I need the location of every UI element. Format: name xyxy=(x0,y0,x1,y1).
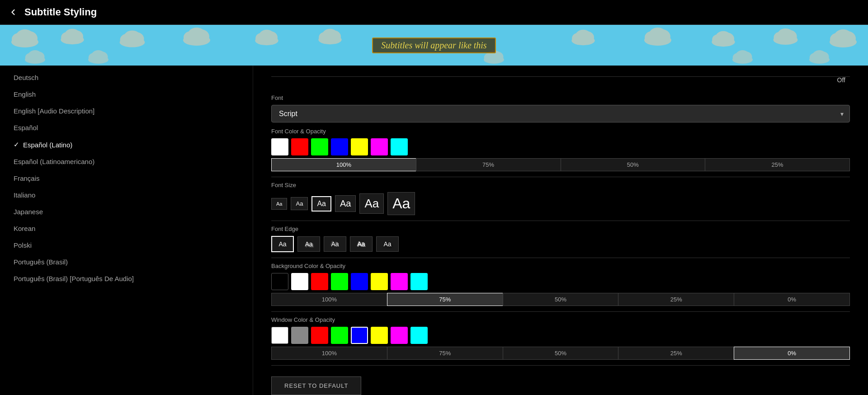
color-swatch-white[interactable] xyxy=(271,138,288,155)
bg-swatch-cyan[interactable] xyxy=(410,273,428,290)
font-size-section: Font Size Aa Aa Aa Aa Aa Aa xyxy=(271,182,850,215)
font-size-btn-lg[interactable]: Aa xyxy=(335,195,356,212)
win-swatch-green[interactable] xyxy=(331,327,348,344)
font-color-section-label: Font Color & Opacity xyxy=(271,128,850,135)
win-opacity-25[interactable]: 25% xyxy=(618,347,734,360)
font-size-btn-xs[interactable]: Aa xyxy=(271,198,287,210)
win-swatch-yellow[interactable] xyxy=(371,327,388,344)
bg-swatch-blue[interactable] xyxy=(351,273,368,290)
bg-opacity-50[interactable]: 50% xyxy=(503,293,618,306)
divider-3 xyxy=(271,258,850,258)
font-section: Font Default Script Monospace Serif Sans… xyxy=(271,94,850,122)
svg-point-11 xyxy=(124,30,141,44)
svg-point-15 xyxy=(188,28,206,42)
color-swatch-magenta[interactable] xyxy=(371,138,388,155)
win-opacity-0[interactable]: 0% xyxy=(734,347,850,360)
win-opacity-100[interactable]: 100% xyxy=(271,347,387,360)
sidebar-item-label: Korean xyxy=(14,225,35,232)
font-edge-raised[interactable]: Aa xyxy=(297,236,320,252)
font-size-btn-xl[interactable]: Aa xyxy=(359,193,384,214)
color-swatch-red[interactable] xyxy=(291,138,308,155)
subtitle-preview-text: Subtitles will appear like this xyxy=(372,38,495,53)
font-size-btn-md[interactable]: Aa xyxy=(311,196,331,212)
win-swatch-white[interactable] xyxy=(271,327,288,344)
bg-swatch-green[interactable] xyxy=(331,273,348,290)
main-layout: Deutsch English English [Audio Descripti… xyxy=(0,66,868,395)
font-edge-shadow[interactable]: Aa xyxy=(376,236,399,252)
font-opacity-75[interactable]: 75% xyxy=(416,158,561,171)
bg-opacity-100[interactable]: 100% xyxy=(271,293,387,306)
settings-panel: Off Font Default Script Monospace Serif … xyxy=(253,66,868,395)
divider-4 xyxy=(271,311,850,312)
win-swatch-magenta[interactable] xyxy=(391,327,408,344)
svg-point-27 xyxy=(716,31,731,43)
sidebar-item-espanol-latino[interactable]: ✓ Español (Latino) xyxy=(0,136,253,153)
background-color-swatches xyxy=(271,273,850,290)
sidebar-item-label: Français xyxy=(14,174,40,182)
sidebar: Deutsch English English [Audio Descripti… xyxy=(0,66,253,395)
font-edge-none[interactable]: Aa xyxy=(271,236,294,252)
svg-point-7 xyxy=(65,29,80,41)
font-opacity-50[interactable]: 50% xyxy=(561,158,705,171)
win-swatch-cyan[interactable] xyxy=(410,327,428,344)
color-swatch-yellow[interactable] xyxy=(351,138,368,155)
sidebar-item-english[interactable]: English xyxy=(0,86,253,103)
sidebar-item-korean[interactable]: Korean xyxy=(0,220,253,237)
color-swatch-blue[interactable] xyxy=(331,138,348,155)
svg-point-39 xyxy=(322,29,338,41)
svg-point-19 xyxy=(834,29,852,44)
sidebar-item-espanol[interactable]: Español xyxy=(0,119,253,136)
font-opacity-25[interactable]: 25% xyxy=(705,158,850,171)
font-dropdown[interactable]: Default Script Monospace Serif Sans-Seri… xyxy=(271,105,850,122)
sidebar-item-label: English [Audio Description] xyxy=(14,107,94,115)
bg-opacity-0[interactable]: 0% xyxy=(734,293,850,306)
sidebar-item-english-audio[interactable]: English [Audio Description] xyxy=(0,103,253,119)
sidebar-item-label: Español (Latino) xyxy=(23,141,239,149)
divider-1 xyxy=(271,177,850,177)
divider-5 xyxy=(271,365,850,366)
sidebar-item-francais[interactable]: Français xyxy=(0,170,253,187)
sidebar-item-portugues[interactable]: Português (Brasil) xyxy=(0,254,253,270)
font-edge-outline[interactable]: Aa xyxy=(350,236,373,252)
bg-swatch-red[interactable] xyxy=(311,273,328,290)
font-edge-section: Font Edge Aa Aa Aa Aa Aa xyxy=(271,226,850,252)
bg-swatch-magenta[interactable] xyxy=(391,273,408,290)
background-color-section: Background Color & Opacity 100% 75% 50% … xyxy=(271,263,850,306)
preview-banner: Subtitles will appear like this xyxy=(0,25,868,66)
sidebar-item-deutsch[interactable]: Deutsch xyxy=(0,69,253,86)
font-color-swatches xyxy=(271,138,850,155)
background-color-section-label: Background Color & Opacity xyxy=(271,263,850,269)
bg-opacity-25[interactable]: 25% xyxy=(618,293,734,306)
svg-point-23 xyxy=(778,28,794,42)
win-opacity-50[interactable]: 50% xyxy=(503,347,618,360)
reset-to-default-button[interactable]: RESET TO DEFAULT xyxy=(271,376,361,395)
win-opacity-75[interactable]: 75% xyxy=(387,347,503,360)
check-icon: ✓ xyxy=(14,141,19,149)
font-edge-depressed[interactable]: Aa xyxy=(324,236,346,252)
bg-swatch-white[interactable] xyxy=(291,273,308,290)
bg-swatch-yellow[interactable] xyxy=(371,273,388,290)
win-swatch-red[interactable] xyxy=(311,327,328,344)
background-opacity-row: 100% 75% 50% 25% 0% xyxy=(271,293,850,306)
sidebar-item-japanese[interactable]: Japanese xyxy=(0,203,253,220)
sidebar-item-polski[interactable]: Polski xyxy=(0,237,253,254)
bg-opacity-75[interactable]: 75% xyxy=(387,293,503,306)
window-opacity-row: 100% 75% 50% 25% 0% xyxy=(271,347,850,360)
font-opacity-100[interactable]: 100% xyxy=(271,158,416,171)
bg-swatch-black[interactable] xyxy=(271,273,288,290)
sidebar-item-espanol-latino2[interactable]: Español (Latinoamericano) xyxy=(0,153,253,170)
font-size-btn-xxl[interactable]: Aa xyxy=(387,192,415,215)
svg-point-59 xyxy=(736,50,750,61)
color-swatch-green[interactable] xyxy=(311,138,328,155)
off-label: Off xyxy=(837,76,845,84)
sidebar-item-portugues2[interactable]: Português (Brasil) [Português De Audio] xyxy=(0,270,253,287)
color-swatch-cyan[interactable] xyxy=(391,138,408,155)
sidebar-item-italiano[interactable]: Italiano xyxy=(0,187,253,203)
back-button[interactable] xyxy=(9,8,17,16)
font-size-btn-sm[interactable]: Aa xyxy=(291,197,308,210)
off-header-row: Off xyxy=(271,76,850,90)
win-swatch-gray[interactable] xyxy=(291,327,308,344)
win-swatch-blue[interactable] xyxy=(351,327,368,344)
window-color-section: Window Color & Opacity 100% 75% 50% 25% … xyxy=(271,316,850,360)
sidebar-item-label: Deutsch xyxy=(14,74,38,81)
